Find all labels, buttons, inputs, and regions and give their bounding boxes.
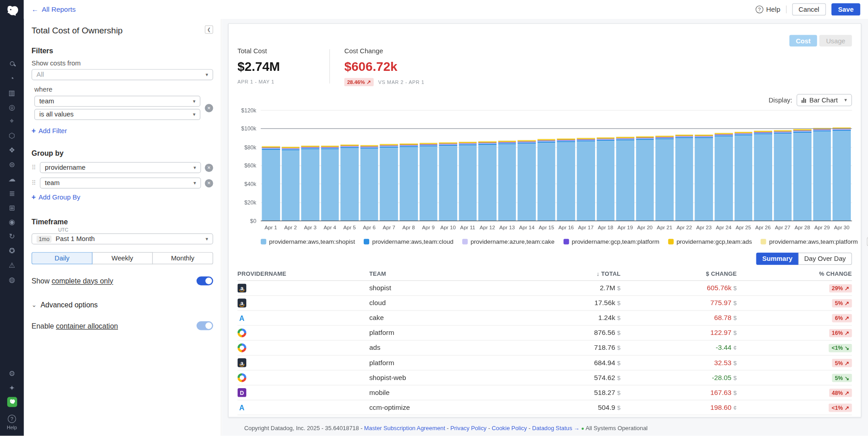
collapse-panel-button[interactable]: ❮ [205, 25, 213, 33]
table-row[interactable]: platform876.56 $122.97 $16% ↗ [238, 326, 852, 341]
footer-link[interactable]: Cookie Policy [492, 425, 527, 431]
col-pct-change[interactable]: % CHANGE [737, 270, 852, 277]
chart-bar[interactable] [656, 135, 674, 221]
footer-link[interactable]: Datadog Status → [532, 425, 580, 431]
containers-icon[interactable]: ⬡ [0, 128, 24, 143]
chart-bar[interactable] [557, 138, 575, 221]
col-providername[interactable]: PROVIDERNAME [238, 270, 370, 277]
cloud-cost-icon[interactable]: ◍ [0, 272, 24, 287]
apm-icon[interactable]: ◎ [0, 100, 24, 114]
table-row[interactable]: ashopist2.7M $605.76k $29% ↗ [238, 281, 852, 296]
chart-bar[interactable] [498, 140, 516, 221]
whats-new-icon[interactable]: ✦ [0, 380, 24, 395]
legend-item[interactable]: providername:gcp,team:platform [563, 238, 659, 245]
filter-field-select[interactable]: team ▾ [34, 96, 201, 107]
save-button[interactable]: Save [831, 3, 860, 15]
complete-days-toggle[interactable] [197, 277, 213, 286]
metrics-icon[interactable]: ▥ [0, 85, 24, 100]
chart-bar[interactable] [616, 136, 634, 221]
add-group-by-button[interactable]: + Add Group By [32, 193, 213, 201]
chart-bar[interactable] [479, 141, 497, 221]
chart-bar[interactable] [321, 145, 339, 221]
rail-help-button[interactable]: ? Help [7, 415, 17, 430]
day-over-day-tab[interactable]: Day Over Day [798, 253, 852, 265]
remove-group-by-button[interactable]: ✕ [205, 179, 213, 187]
chart-bar[interactable] [734, 131, 752, 221]
infrastructure-icon[interactable]: ⌖ [0, 114, 24, 128]
chart-bar[interactable] [301, 146, 319, 221]
chart-bar[interactable] [715, 133, 733, 221]
chart-bar[interactable] [793, 129, 812, 221]
chart-bar[interactable] [636, 136, 654, 221]
advanced-options-toggle[interactable]: ⌄ Advanced options [32, 301, 213, 309]
organization-settings-icon[interactable]: ⚙ [0, 366, 24, 380]
chart-bar[interactable] [537, 139, 555, 221]
chart-bar[interactable] [833, 127, 851, 221]
legend-item[interactable]: providername:azure,team:cake [462, 238, 554, 245]
chart-bar[interactable] [262, 146, 280, 221]
search-icon[interactable] [0, 56, 24, 71]
chart-bar[interactable] [754, 130, 772, 221]
granularity-daily[interactable]: Daily [32, 252, 93, 264]
monitors-icon[interactable]: ◉ [0, 214, 24, 229]
chart-bar[interactable] [577, 138, 595, 221]
chart-bar[interactable] [399, 144, 418, 222]
datadog-logo[interactable] [4, 3, 20, 20]
chart-bar[interactable] [439, 142, 457, 221]
chart-bar[interactable] [459, 141, 477, 221]
synthetics-icon[interactable]: ↻ [0, 229, 24, 243]
group-by-select[interactable]: team▾ [40, 177, 201, 189]
legend-item[interactable]: providername:aws,team:shopist [261, 238, 355, 245]
chart-bar[interactable] [380, 144, 398, 222]
col-dollar-change[interactable]: $ CHANGE [620, 270, 737, 277]
footer-link[interactable]: Master Subscription Agreement [364, 425, 445, 431]
chart-bar[interactable] [596, 137, 615, 221]
drag-handle-icon[interactable]: ⠿ [32, 180, 36, 187]
table-row[interactable]: shopist-web574.62 $-28.05 $5% ↘ [238, 371, 852, 385]
legend-item[interactable]: providername:aws,team:cloud [364, 238, 453, 245]
table-row[interactable]: Acake1.24k $68.78 $6% ↗ [238, 311, 852, 326]
back-to-reports-link[interactable]: ← All Reports [32, 5, 76, 13]
container-allocation-toggle[interactable] [197, 321, 213, 330]
remove-filter-button[interactable]: ✕ [205, 104, 213, 112]
timeframe-select[interactable]: 1mo Past 1 Month ▾ [32, 233, 213, 245]
error-tracking-icon[interactable]: ⚠ [0, 258, 24, 272]
footer-link[interactable]: Privacy Policy [450, 425, 487, 431]
watchdog-icon[interactable]: ◔ [0, 71, 24, 85]
table-row[interactable]: Dmobile518.27 $167.63 $48% ↗ [238, 385, 852, 400]
logs-icon[interactable]: ≣ [0, 186, 24, 200]
service-catalog-icon[interactable]: ⊚ [0, 157, 24, 172]
chart-bar[interactable] [360, 145, 378, 221]
chart-bar[interactable] [675, 135, 693, 221]
add-filter-button[interactable]: + Add Filter [32, 127, 213, 135]
table-row[interactable]: aplatform684.94 $32.53 $5% ↗ [238, 356, 852, 371]
legend-item[interactable]: providername:gcp,team:ads [668, 238, 752, 245]
usage-mode-button[interactable]: Usage [820, 35, 852, 46]
security-icon[interactable]: ✪ [0, 243, 24, 258]
show-costs-from-select[interactable]: All ▾ [32, 69, 213, 80]
drag-handle-icon[interactable]: ⠿ [32, 164, 36, 171]
remove-group-by-button[interactable]: ✕ [205, 163, 213, 172]
col-total[interactable]: ↓ TOTAL [526, 270, 620, 277]
ci-pipelines-icon[interactable]: ❖ [0, 143, 24, 157]
chart-bar[interactable] [695, 134, 713, 221]
cancel-button[interactable]: Cancel [792, 3, 826, 15]
chart-bar[interactable] [774, 130, 792, 221]
dashboards-icon[interactable]: ⊞ [0, 200, 24, 214]
group-by-select[interactable]: providername▾ [40, 162, 201, 173]
cost-mode-button[interactable]: Cost [789, 35, 817, 46]
chart-bar[interactable] [282, 147, 300, 221]
chart-bar[interactable] [518, 140, 536, 221]
chart-bar[interactable] [419, 143, 437, 221]
col-team[interactable]: TEAM [369, 270, 526, 277]
summary-tab[interactable]: Summary [756, 253, 798, 265]
table-row[interactable]: acloud17.56k $775.97 $5% ↗ [238, 296, 852, 311]
legend-item[interactable]: providername:aws,team:platform [761, 238, 858, 245]
granularity-weekly[interactable]: Weekly [92, 252, 153, 264]
chart-bar[interactable] [813, 128, 831, 221]
table-row[interactable]: Accm-optimize504.9 $198.60 ¢<1% ↗ [238, 400, 852, 415]
bits-ai-icon[interactable] [0, 395, 24, 409]
filter-operator-select[interactable]: is all values ▾ [34, 109, 201, 120]
chart-bar[interactable] [341, 144, 359, 221]
serverless-icon[interactable]: ☁ [0, 172, 24, 186]
